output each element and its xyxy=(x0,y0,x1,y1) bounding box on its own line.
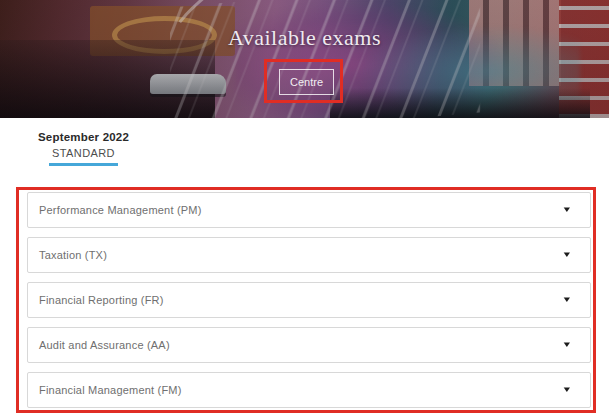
exam-accordion-row-aa[interactable]: Audit and Assurance (AA) ▼ xyxy=(27,327,591,363)
exam-accordion-row-tx[interactable]: Taxation (TX) ▼ xyxy=(27,237,591,273)
exam-label: Taxation (TX) xyxy=(39,249,107,261)
exam-accordion-row-fr[interactable]: Financial Reporting (FR) ▼ xyxy=(27,282,591,318)
exam-label: Performance Management (PM) xyxy=(39,204,202,216)
exam-label: Financial Reporting (FR) xyxy=(39,294,164,306)
exam-accordion-row-pm[interactable]: Performance Management (PM) ▼ xyxy=(27,192,591,228)
exam-label: Audit and Assurance (AA) xyxy=(39,339,170,351)
exam-list: Performance Management (PM) ▼ Taxation (… xyxy=(27,192,591,417)
exam-label: Financial Management (FM) xyxy=(39,384,182,396)
chevron-down-icon[interactable]: ▼ xyxy=(562,386,573,394)
exam-accordion-row-fm[interactable]: Financial Management (FM) ▼ xyxy=(27,372,591,408)
centre-button[interactable]: Centre xyxy=(279,69,334,95)
page-title: Available exams xyxy=(0,25,609,51)
session-header: September 2022 STANDARD xyxy=(38,131,129,166)
chevron-down-icon[interactable]: ▼ xyxy=(562,341,573,349)
hero-photo-dim-overlay xyxy=(0,0,609,118)
chevron-down-icon[interactable]: ▼ xyxy=(562,296,573,304)
chevron-down-icon[interactable]: ▼ xyxy=(562,206,573,214)
session-date: September 2022 xyxy=(38,131,129,143)
hero-banner: Available exams Centre xyxy=(0,0,609,118)
tab-standard[interactable]: STANDARD xyxy=(49,147,118,166)
chevron-down-icon[interactable]: ▼ xyxy=(562,251,573,259)
